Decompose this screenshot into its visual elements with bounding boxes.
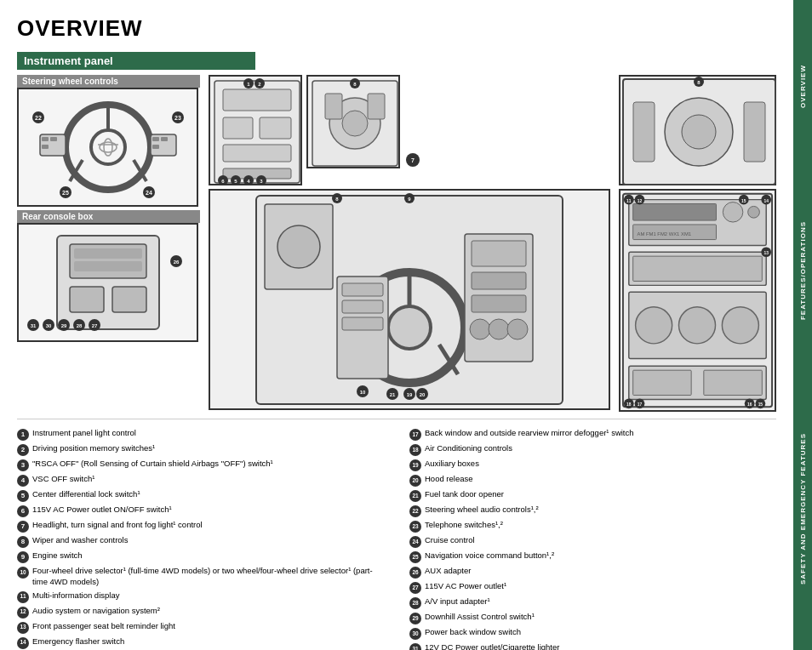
item-badge-3: 3 (17, 459, 29, 471)
svg-rect-80 (472, 295, 526, 312)
center-area: 1 2 6 5 4 3 (209, 75, 610, 412)
svg-rect-29 (112, 287, 146, 312)
right-sidebar: OVERVIEW FEATURES/OPERATIONS SAFETY AND … (793, 0, 812, 650)
svg-point-110 (723, 202, 742, 222)
svg-rect-44 (223, 117, 253, 139)
item-text-10: Four-wheel drive selector¹ (full-time 4W… (32, 566, 384, 588)
list-item: 8 Wiper and washer controls (17, 535, 384, 548)
item-text-26: AUX adapter (425, 566, 471, 577)
svg-text:18: 18 (626, 402, 632, 407)
list-item: 28 A/V input adapter¹ (409, 596, 776, 609)
list-item: 3 "RSCA OFF" (Roll Sensing of Curtain sh… (17, 459, 384, 471)
item-badge-29: 29 (409, 613, 421, 624)
svg-rect-85 (342, 283, 383, 296)
item-text-23: Telephone switches¹,² (425, 520, 503, 531)
item-text-13: Front passenger seat belt reminder light (32, 621, 175, 632)
list-item: 17 Back window and outside rearview mirr… (409, 428, 776, 441)
svg-text:26: 26 (173, 259, 179, 265)
item-badge-10: 10 (17, 567, 29, 579)
svg-text:14: 14 (763, 199, 769, 203)
list-item: 2 Driving position memory switches¹ (17, 443, 384, 456)
list-item: 24 Cruise control (409, 535, 776, 548)
list-item: 18 Air Conditioning controls (409, 443, 776, 456)
rear-console-diagram: 31 30 29 28 27 26 (17, 223, 198, 342)
car-dashboard-diagram: 19 20 9 8 10 21 (209, 189, 610, 410)
item-badge-14: 14 (17, 637, 29, 649)
sidebar-label-overview: OVERVIEW (799, 65, 807, 108)
list-item: 1 Instrument panel light control (17, 428, 384, 441)
item-badge-20: 20 (409, 475, 421, 487)
svg-point-111 (748, 206, 760, 218)
svg-rect-79 (472, 272, 526, 289)
item-badge-7: 7 (17, 521, 29, 533)
item-text-3: "RSCA OFF" (Roll Sensing of Curtain shie… (32, 459, 273, 470)
item-badge-2: 2 (17, 444, 29, 456)
list-item: 29 Downhill Assist Control switch¹ (409, 612, 776, 624)
right-small-panel: 8 (619, 75, 776, 185)
svg-rect-26 (74, 248, 142, 259)
item-badge-27: 27 (409, 582, 421, 594)
item-text-29: Downhill Assist Control switch¹ (425, 612, 535, 623)
item-text-21: Fuel tank door opener (425, 489, 504, 500)
item-badge-30: 30 (409, 628, 421, 640)
item-text-24: Cruise control (425, 535, 475, 546)
small-top-row: 1 2 6 5 4 3 (209, 75, 610, 185)
page-title: OVERVIEW (17, 15, 776, 42)
sidebar-label-features: FEATURES/OPERATIONS (799, 221, 807, 320)
svg-text:21: 21 (390, 392, 396, 397)
svg-text:13: 13 (763, 251, 769, 255)
small-panel-1: 1 2 6 5 4 3 (209, 75, 302, 185)
small-panel-2: 8 (306, 75, 400, 168)
svg-point-83 (507, 319, 528, 339)
svg-text:27: 27 (91, 323, 97, 328)
item-badge-8: 8 (17, 536, 29, 548)
list-left-column: 1 Instrument panel light control 2 Drivi… (17, 428, 384, 650)
list-item: 27 115V AC Power outlet¹ (409, 581, 776, 594)
list-right-column: 17 Back window and outside rearview mirr… (409, 428, 776, 650)
svg-rect-12 (152, 145, 159, 149)
item-text-31: 12V DC Power outlet/Cigarette lighter (425, 642, 559, 650)
svg-text:31: 31 (30, 323, 36, 328)
list-item: 19 Auxiliary boxes (409, 459, 776, 471)
rear-console-label: Rear console box (17, 210, 200, 223)
svg-point-81 (470, 319, 490, 339)
list-item: 22 Steering wheel audio controls¹,² (409, 505, 776, 517)
svg-text:16: 16 (747, 402, 752, 407)
numbered-list-section: 1 Instrument panel light control 2 Drivi… (17, 428, 776, 650)
svg-text:17: 17 (638, 402, 643, 407)
item-text-30: Power back window switch (425, 627, 521, 638)
svg-rect-122 (633, 370, 691, 395)
right-panel-area: 8 AM FM1 FM2 WX1 XM1 (619, 75, 776, 412)
svg-rect-28 (70, 287, 104, 312)
svg-rect-86 (342, 300, 383, 313)
svg-rect-11 (161, 137, 168, 141)
item-text-28: A/V input adapter¹ (425, 596, 490, 607)
item-text-7: Headlight, turn signal and front fog lig… (32, 520, 203, 531)
item-text-11: Multi-information display (32, 590, 119, 602)
svg-rect-109 (633, 204, 717, 221)
item-text-27: 115V AC Power outlet¹ (425, 581, 506, 592)
svg-rect-78 (472, 241, 526, 266)
svg-point-117 (636, 307, 672, 344)
svg-rect-7 (50, 137, 57, 141)
top-section: Steering wheel controls (17, 75, 776, 412)
item-badge-25: 25 (409, 551, 421, 563)
item-badge-21: 21 (409, 490, 421, 502)
svg-point-102 (682, 115, 716, 149)
list-item: 5 Center differential lock switch¹ (17, 489, 384, 502)
item-badge-22: 22 (409, 505, 421, 517)
item-badge-23: 23 (409, 521, 421, 533)
item-badge-1: 1 (17, 429, 29, 441)
svg-text:11: 11 (626, 199, 632, 203)
list-item: 4 VSC OFF switch¹ (17, 474, 384, 487)
svg-point-1 (91, 130, 125, 164)
svg-rect-115 (633, 256, 763, 281)
list-item: 25 Navigation voice command button¹,² (409, 550, 776, 563)
item-badge-19: 19 (409, 459, 421, 471)
item-text-22: Steering wheel audio controls¹,² (425, 505, 539, 516)
list-item: 6 115V AC Power outlet ON/OFF switch¹ (17, 505, 384, 517)
list-item: 23 Telephone switches¹,² (409, 520, 776, 533)
sidebar-label-safety: SAFETY AND EMERGENCY FEATURES (799, 433, 807, 584)
right-main-diagram: AM FM1 FM2 WX1 XM1 Air Conditioning cont… (619, 189, 776, 412)
item-text-12: Audio system or navigation system² (32, 606, 160, 617)
